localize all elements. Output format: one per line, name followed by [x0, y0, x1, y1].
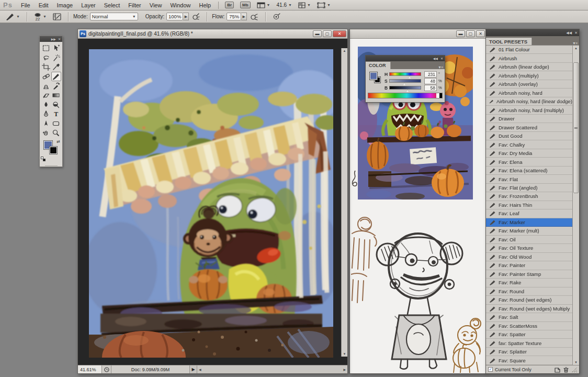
preset-row[interactable]: Fav: Oil	[486, 236, 572, 244]
brush-tool[interactable]	[51, 72, 62, 81]
tab-color[interactable]: COLOR	[366, 62, 391, 69]
screen-mode-button[interactable]: ▼	[317, 2, 331, 8]
menu-file[interactable]: File	[17, 2, 35, 8]
status-flyout-button[interactable]: ▶	[190, 365, 197, 373]
crop-tool[interactable]	[41, 62, 51, 72]
zoom-tool[interactable]	[51, 128, 62, 138]
eraser-tool[interactable]	[41, 91, 51, 100]
tool-presets-header[interactable]: ◀◀✕	[486, 29, 579, 36]
menu-select[interactable]: Select	[100, 2, 125, 8]
flow-input[interactable]: 75%	[227, 13, 241, 20]
preset-row[interactable]: fav: Spatter Texture	[486, 339, 572, 347]
eyedropper-tool[interactable]	[51, 62, 62, 72]
type-tool[interactable]: T	[51, 109, 62, 119]
tab-tool-presets[interactable]: TOOL PRESETS	[486, 38, 532, 45]
preset-row[interactable]: Drawer	[486, 115, 572, 123]
brightness-slider[interactable]	[389, 86, 421, 90]
hue-value[interactable]: 231	[424, 71, 437, 77]
preset-row[interactable]: Airbrush (linear dodge)	[486, 63, 572, 71]
brush-preset-picker[interactable]: 22 ▼	[34, 13, 47, 21]
pen-tool[interactable]	[41, 109, 51, 119]
color-panel-header[interactable]: ◀◀✕	[366, 56, 445, 61]
preset-row[interactable]: Fav: Flat	[486, 175, 572, 183]
preset-row[interactable]: Fav: Elena	[486, 158, 572, 166]
preset-row[interactable]: Fav: Round (wet edges)	[486, 296, 572, 304]
close-icon[interactable]: ✕	[574, 31, 578, 35]
path-selection-tool[interactable]	[41, 119, 51, 128]
preset-row[interactable]: 01 Flat Colour	[486, 46, 572, 54]
resize-grip[interactable]	[572, 367, 577, 372]
mini-bridge-button[interactable]: Mb	[240, 2, 251, 8]
preset-row[interactable]: Fav: Leaf	[486, 209, 572, 218]
close-button[interactable]: ✕	[333, 30, 346, 37]
close-icon[interactable]: ✕	[440, 57, 443, 60]
brightness-value[interactable]: 58	[424, 85, 437, 91]
preset-row[interactable]: Fav: Marker (mult)	[486, 227, 572, 235]
minimize-button[interactable]: ▬	[313, 30, 322, 37]
gradient-tool[interactable]	[51, 91, 62, 100]
menu-view[interactable]: View	[145, 2, 166, 8]
dodge-tool[interactable]	[51, 100, 62, 109]
scrollbar-thumb[interactable]	[573, 62, 579, 193]
delete-preset-button[interactable]	[563, 367, 570, 372]
collapse-icon[interactable]: ◀◀	[566, 31, 572, 35]
background-color-swatch[interactable]	[49, 146, 58, 154]
preset-row[interactable]: Drawer Scattered	[486, 123, 572, 131]
preset-row[interactable]: Fav: Square	[486, 356, 572, 364]
menu-edit[interactable]: Edit	[35, 2, 53, 8]
brightness-slider-marker[interactable]	[406, 90, 409, 92]
preset-scrollbar[interactable]: ▲ ▼	[572, 46, 579, 365]
swap-colors-icon[interactable]: ⇄	[56, 139, 60, 144]
vertical-scrollbar[interactable]: ▲ ▼	[341, 48, 347, 357]
hue-slider[interactable]	[389, 72, 421, 76]
magic-wand-tool[interactable]	[51, 53, 62, 62]
preset-row[interactable]: Fav: Chalky	[486, 140, 572, 149]
flow-dropdown-button[interactable]: ▶	[241, 13, 247, 20]
painting-canvas[interactable]	[89, 49, 333, 358]
blur-tool[interactable]	[41, 100, 51, 109]
maximize-button[interactable]: ▢	[466, 30, 475, 37]
view-extras-button[interactable]: ▼	[298, 2, 311, 8]
document-canvas-area[interactable]: ▲ ▼	[78, 39, 347, 365]
status-zoom-field[interactable]: 41.61%	[78, 365, 102, 373]
shape-tool[interactable]	[51, 119, 62, 128]
preset-row[interactable]: Fav: Painter	[486, 261, 572, 270]
preset-row[interactable]: Fav: Salt	[486, 313, 572, 321]
menu-window[interactable]: Window	[166, 2, 195, 8]
saturation-value[interactable]: 48	[424, 78, 437, 84]
preset-row[interactable]: Fav: Spatter	[486, 330, 572, 339]
preset-row[interactable]: Fav: Painter Stamp	[486, 270, 572, 279]
preset-row[interactable]: Fav: Flat (angled)	[486, 184, 572, 192]
panel-menu-icon[interactable]: ▼≡	[438, 65, 445, 69]
close-icon[interactable]: ✕	[58, 37, 61, 41]
collapse-icon[interactable]: ◀◀	[433, 57, 438, 60]
menu-layer[interactable]: Layer	[77, 2, 100, 8]
hand-tool[interactable]	[41, 128, 51, 138]
hue-slider-marker[interactable]	[408, 76, 411, 79]
preset-row[interactable]: Fav: Round (wet edges) Multiply	[486, 305, 572, 313]
color-spectrum-ramp[interactable]	[368, 93, 443, 98]
default-colors-icon[interactable]	[41, 157, 46, 161]
preset-row[interactable]: Fav: Old Wood	[486, 253, 572, 261]
preset-row[interactable]: Airbrush noisy, hard (linear dodge)	[486, 97, 572, 106]
tool-preset-picker[interactable]: ▼	[5, 13, 20, 21]
preset-row[interactable]: Airbrush noisy, hard (multiply)	[486, 106, 572, 114]
lasso-tool[interactable]	[41, 53, 51, 62]
preset-row[interactable]: Fav: Elena (scattered)	[486, 167, 572, 175]
spectrum-black-swatch[interactable]	[439, 93, 442, 98]
preset-row[interactable]: Fav: ScatterMoss	[486, 322, 572, 330]
tablet-opacity-toggle[interactable]	[192, 13, 200, 20]
saturation-slider-marker[interactable]	[403, 83, 406, 85]
status-doc-sizes[interactable]: Doc: 9.09M/9.09M	[111, 365, 190, 373]
zoom-level-control[interactable]: 41.6 ▼	[277, 2, 292, 8]
preset-row[interactable]: Airbrush	[486, 54, 572, 62]
move-tool[interactable]	[51, 43, 62, 53]
bridge-button[interactable]: Br	[225, 2, 234, 8]
rectangular-marquee-tool[interactable]	[41, 43, 51, 53]
scroll-right-icon[interactable]: ▶	[343, 368, 346, 371]
scroll-up-icon[interactable]: ▲	[343, 49, 346, 52]
preset-row[interactable]: Airbrush (multiply)	[486, 71, 572, 80]
preset-row[interactable]: Fav: Round	[486, 287, 572, 296]
tablet-size-toggle[interactable]	[273, 13, 280, 20]
scroll-left-icon[interactable]: ◀	[199, 368, 201, 371]
